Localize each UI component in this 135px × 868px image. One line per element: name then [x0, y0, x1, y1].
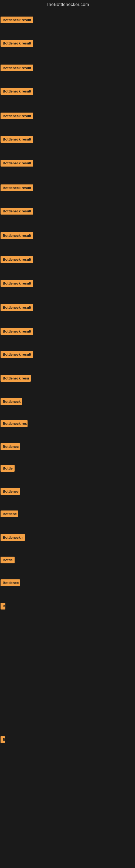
list-item: Bottlene: [1, 510, 18, 518]
list-item: B: [1, 603, 5, 611]
list-item: Bottlenec: [1, 488, 20, 496]
bottleneck-badge[interactable]: Bottleneck r: [1, 534, 25, 541]
list-item: Bottle: [1, 465, 14, 473]
list-item: Bottleneck result: [1, 113, 33, 120]
list-item: Bottle: [1, 557, 14, 564]
list-item: Bottleneck res: [1, 420, 28, 428]
list-item: Bottleneck result: [1, 208, 33, 216]
bottleneck-badge[interactable]: B: [1, 736, 5, 743]
bottleneck-badge[interactable]: Bottle: [1, 557, 14, 563]
site-header: TheBottlenecker.com: [0, 0, 135, 9]
bottleneck-badge[interactable]: Bottleneck result: [1, 136, 33, 143]
list-item: Bottleneck result: [1, 256, 33, 264]
items-container: Bottleneck resultBottleneck resultBottle…: [0, 9, 135, 866]
bottleneck-badge[interactable]: Bottle: [1, 465, 14, 472]
bottleneck-badge[interactable]: Bottleneck result: [1, 256, 33, 263]
bottleneck-badge[interactable]: B: [1, 603, 5, 610]
list-item: B: [1, 736, 5, 744]
list-item: Bottleneck result: [1, 136, 33, 144]
list-item: Bottleneck resu: [1, 375, 31, 383]
list-item: Bottleneck: [1, 398, 22, 406]
bottleneck-badge[interactable]: Bottleneck result: [1, 328, 33, 335]
list-item: Bottleneck result: [1, 184, 33, 192]
bottleneck-badge[interactable]: Bottleneck result: [1, 160, 33, 166]
bottleneck-badge[interactable]: Bottleneck result: [1, 184, 33, 191]
list-item: Bottleneck result: [1, 40, 33, 48]
list-item: Bottleneck result: [1, 304, 33, 312]
bottleneck-badge[interactable]: Bottleneck result: [1, 65, 33, 71]
bottleneck-badge[interactable]: Bottleneck result: [1, 232, 33, 239]
list-item: Bottleneck result: [1, 65, 33, 72]
list-item: Bottlenec: [1, 443, 20, 451]
list-item: Bottleneck result: [1, 351, 33, 359]
bottleneck-badge[interactable]: Bottleneck result: [1, 304, 33, 311]
list-item: Bottleneck result: [1, 88, 33, 96]
bottleneck-badge[interactable]: Bottleneck result: [1, 280, 33, 287]
list-item: Bottleneck result: [1, 280, 33, 288]
bottleneck-badge[interactable]: Bottleneck res: [1, 420, 28, 427]
bottleneck-badge[interactable]: Bottlene: [1, 510, 18, 517]
bottleneck-badge[interactable]: Bottleneck result: [1, 88, 33, 95]
bottleneck-badge[interactable]: Bottleneck result: [1, 17, 33, 23]
list-item: Bottleneck r: [1, 534, 25, 542]
bottleneck-badge[interactable]: Bottleneck result: [1, 113, 33, 119]
list-item: Bottlenec: [1, 579, 20, 587]
list-item: Bottleneck result: [1, 232, 33, 240]
bottleneck-badge[interactable]: Bottleneck result: [1, 208, 33, 215]
bottleneck-badge[interactable]: Bottlenec: [1, 443, 20, 450]
bottleneck-badge[interactable]: Bottlenec: [1, 488, 20, 495]
page-wrapper: TheBottlenecker.com Bottleneck resultBot…: [0, 0, 135, 868]
bottleneck-badge[interactable]: Bottleneck: [1, 398, 22, 405]
bottleneck-badge[interactable]: Bottleneck result: [1, 351, 33, 358]
bottleneck-badge[interactable]: Bottlenec: [1, 579, 20, 586]
list-item: Bottleneck result: [1, 17, 33, 24]
list-item: Bottleneck result: [1, 160, 33, 167]
bottleneck-badge[interactable]: Bottleneck result: [1, 40, 33, 46]
bottleneck-badge[interactable]: Bottleneck resu: [1, 375, 31, 382]
list-item: Bottleneck result: [1, 328, 33, 336]
site-title: TheBottlenecker.com: [46, 2, 89, 7]
